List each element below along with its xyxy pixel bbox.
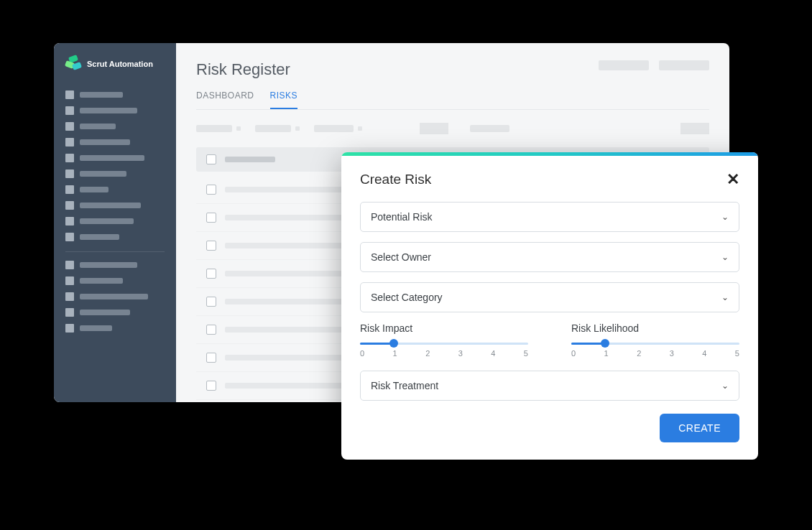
slider-track[interactable] [360,343,528,345]
row-checkbox[interactable] [206,353,216,363]
slider-tick: 4 [491,349,495,358]
slider-thumb[interactable] [601,339,609,348]
sidebar: Scrut Automation [54,43,176,402]
nav-label [80,92,123,98]
filter-chunk[interactable] [196,125,241,132]
row-checkbox[interactable] [206,381,216,391]
risk-impact-slider[interactable]: Risk Impact 012345 [360,322,528,358]
slider-tick: 5 [735,349,739,358]
slider-tick: 2 [637,349,641,358]
nav-icon [65,233,74,241]
sidebar-item[interactable] [65,138,165,147]
close-icon[interactable]: ✕ [726,172,739,187]
select-owner-label: Select Owner [371,251,431,263]
risk-treatment-select[interactable]: Risk Treatment ⌄ [360,371,739,401]
tabs: DASHBOARDRISKS [196,90,709,110]
sidebar-item[interactable] [65,90,165,99]
filter-label [470,125,509,132]
slider-tick: 0 [571,349,576,358]
nav-label [80,187,109,192]
slider-ticks: 012345 [571,349,739,358]
nav-label [80,278,123,284]
nav-label [80,155,144,161]
select-category-select[interactable]: Select Category ⌄ [360,282,739,312]
slider-tick: 1 [393,349,397,358]
nav-label [80,325,112,331]
nav-icon [65,90,74,99]
slider-tick: 0 [360,349,364,358]
nav-icon [65,201,74,210]
row-checkbox[interactable] [206,241,216,251]
filter-action[interactable] [420,123,448,134]
select-category-label: Select Category [371,292,443,303]
sidebar-item[interactable] [65,233,165,241]
create-risk-modal: Create Risk ✕ Potential Risk ⌄ Select Ow… [341,152,758,460]
sidebar-nav-group-2 [65,261,165,333]
sidebar-item[interactable] [65,185,165,194]
nav-label [80,234,119,240]
sidebar-item[interactable] [65,217,165,226]
list-header-label [225,157,275,162]
slider-tick: 1 [604,349,609,358]
slider-tick: 2 [425,349,430,358]
nav-label [80,124,116,129]
nav-icon [65,308,74,317]
tab-dashboard[interactable]: DASHBOARD [196,90,254,109]
sidebar-item[interactable] [65,201,165,210]
potential-risk-label: Potential Risk [371,211,433,223]
slider-tick: 3 [458,349,463,358]
nav-label [80,294,148,299]
select-owner-select[interactable]: Select Owner ⌄ [360,242,739,272]
risk-likelihood-slider[interactable]: Risk Likelihood 012345 [571,322,739,358]
row-checkbox[interactable] [206,269,216,279]
tab-risks[interactable]: RISKS [270,90,298,109]
potential-risk-select[interactable]: Potential Risk ⌄ [360,202,739,232]
sidebar-nav-group-1 [65,90,165,241]
sidebar-item[interactable] [65,122,165,131]
nav-label [80,262,137,268]
row-checkbox[interactable] [206,297,216,307]
risk-likelihood-label: Risk Likelihood [571,322,739,334]
row-checkbox[interactable] [206,213,216,223]
nav-label [80,108,137,113]
select-all-checkbox[interactable] [206,154,216,164]
chevron-down-icon: ⌄ [721,292,729,302]
row-checkbox[interactable] [206,185,216,195]
nav-icon [65,122,74,131]
filter-action-right[interactable] [680,123,709,134]
nav-icon [65,138,74,147]
slider-thumb[interactable] [389,339,398,348]
nav-icon [65,169,74,178]
nav-label [80,139,130,145]
slider-track[interactable] [571,343,739,345]
sidebar-item[interactable] [65,276,165,285]
header-actions [599,60,709,70]
sidebar-item[interactable] [65,308,165,317]
sidebar-item[interactable] [65,169,165,178]
risk-treatment-label: Risk Treatment [371,380,438,391]
nav-icon [65,185,74,194]
sidebar-item[interactable] [65,324,165,333]
header-action[interactable] [659,60,709,70]
sidebar-item[interactable] [65,106,165,115]
filter-chunk[interactable] [255,125,300,132]
nav-label [80,203,141,208]
filter-chunk[interactable] [314,125,362,132]
create-button[interactable]: CREATE [660,414,739,442]
sidebar-item[interactable] [65,154,165,162]
brand-name: Scrut Automation [87,60,153,68]
row-checkbox[interactable] [206,325,216,335]
chevron-down-icon: ⌄ [721,252,729,262]
header-action[interactable] [599,60,649,70]
slider-tick: 4 [702,349,706,358]
risk-impact-label: Risk Impact [360,322,528,334]
nav-label [80,310,130,315]
sidebar-item[interactable] [65,261,165,269]
sidebar-item[interactable] [65,292,165,301]
nav-icon [65,217,74,226]
nav-icon [65,276,74,285]
nav-icon [65,106,74,115]
nav-icon [65,261,74,269]
sidebar-separator [65,251,165,252]
nav-label [80,218,134,224]
